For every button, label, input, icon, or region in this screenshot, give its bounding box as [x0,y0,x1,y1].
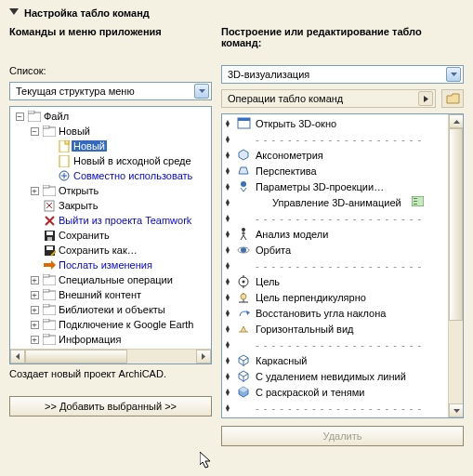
svg-marker-53 [246,311,250,315]
menu-arrow-icon[interactable] [418,91,433,106]
tree-item-libraries[interactable]: + Библиотеки и объекты [12,302,211,317]
list-separator[interactable]: ▲▼- - - - - - - - - - - - - - - - - - - … [222,210,448,226]
axonometry-icon [235,148,252,163]
menu-structure-combo[interactable]: Текущая структура меню [9,82,212,100]
tree-item-file[interactable]: − Файл [12,109,211,124]
svg-rect-25 [43,289,49,292]
svg-rect-29 [43,319,49,322]
tree-item-new[interactable]: Новый [12,139,211,153]
svg-marker-54 [453,120,460,124]
folder-icon [42,272,57,287]
tree-item-share[interactable]: Совместно использовать [12,168,211,183]
svg-rect-3 [28,111,34,113]
svg-point-52 [241,294,246,299]
svg-rect-8 [59,155,69,167]
folder-open-icon [446,93,460,104]
svg-rect-7 [65,140,69,144]
tree-item-google-earth[interactable]: + Подключение к Google Earth [12,317,211,332]
svg-point-49 [243,280,245,283]
left-column: Команды и меню приложения Список: Текуща… [9,26,212,446]
list-item[interactable]: ▲▼С раскраской и тенями [222,384,448,400]
projection-settings-icon [235,179,252,194]
tree-item-close[interactable]: Закрыть [12,198,211,213]
folder-icon [27,109,42,124]
list-item[interactable]: ▲▼Горизонтальный вид [222,321,448,337]
scroll-left-icon[interactable] [10,350,25,364]
folder-icon [42,287,57,302]
tree-item-send-changes[interactable]: Послать изменения [12,258,211,272]
scroll-right-icon[interactable] [196,350,211,364]
tree-item-open[interactable]: + Открыть [12,183,211,198]
commands-list[interactable]: ▲▼Открыть 3D-окно ▲▼- - - - - - - - - - … [221,113,464,418]
scroll-down-icon[interactable] [449,403,464,417]
folder-open-button[interactable] [441,89,464,108]
list-item[interactable]: ▲▼Восстановить угла наклона [222,305,448,321]
right-column: Построение или редактирование табло кома… [221,26,464,446]
svg-marker-21 [44,260,56,270]
list-item[interactable]: ▲▼Орбита [222,242,448,258]
list-separator[interactable]: ▲▼- - - - - - - - - - - - - - - - - - - … [222,258,448,273]
svg-marker-0 [9,8,19,15]
list-item[interactable]: ▲▼Перспектива [222,163,448,178]
menu-tree[interactable]: − Файл − Новый Новый [9,106,212,364]
list-item[interactable]: ▲▼Цель [222,273,448,289]
scroll-up-icon[interactable] [449,114,464,128]
list-item[interactable]: ▲▼Цель перпендикулярно [222,289,448,305]
send-icon [42,258,57,272]
svg-marker-35 [202,353,205,360]
tree-item-new-folder[interactable]: − Новый [12,124,211,139]
list-item[interactable]: ▲▼Каркасный [222,352,448,368]
scroll-thumb[interactable] [25,350,127,364]
list-separator[interactable]: ▲▼- - - - - - - - - - - - - - - - - - - … [222,337,448,352]
svg-rect-16 [46,231,53,235]
svg-marker-55 [453,409,460,413]
list-separator[interactable]: ▲▼- - - - - - - - - - - - - - - - - - - … [222,400,448,416]
wireframe-icon [235,353,252,368]
hidden-line-icon [235,369,252,384]
orbit-icon [235,243,252,258]
list-item[interactable]: ▲▼Анализ модели [222,226,448,242]
svg-marker-56 [200,452,210,468]
svg-marker-1 [199,89,205,93]
list-item[interactable]: ▲▼Открыть 3D-окно [222,115,448,131]
list-item[interactable]: ▲▼С удалением невидимых линий [222,368,448,384]
perspective-icon [235,164,252,178]
tree-item-info[interactable]: + Информация [12,332,211,347]
tree-item-external-content[interactable]: + Внешний контент [12,287,211,302]
scroll-thumb[interactable] [449,128,463,321]
tree-item-special-ops[interactable]: + Специальные операции [12,272,211,287]
svg-rect-43 [414,201,417,202]
list-scrollbar-v[interactable] [448,114,463,417]
tree-item-leave-teamwork[interactable]: Выйти из проекта Teamwork [12,213,211,228]
hint-text: Создает новый проект ArchiCAD. [9,368,212,396]
svg-marker-34 [16,353,20,360]
svg-marker-37 [424,96,428,102]
folder-icon [42,124,57,139]
tree-item-new-default[interactable]: Новый в исходной среде [12,153,211,168]
horizontal-view-icon [235,322,252,337]
list-separator[interactable]: ▲▼- - - - - - - - - - - - - - - - - - - … [222,131,448,147]
chevron-down-icon[interactable] [194,84,209,99]
left-heading: Команды и меню приложения [9,26,212,52]
chevron-down-icon[interactable] [446,67,461,82]
svg-rect-42 [414,198,417,199]
add-selected-button[interactable]: >> Добавить выбранный >> [9,396,212,416]
list-item[interactable]: ▲▼Параметры 3D-проекции… [222,178,448,194]
reset-tilt-icon [235,306,252,321]
tree-item-save[interactable]: Сохранить [12,228,211,243]
svg-rect-31 [43,334,49,337]
toolbar-select-combo[interactable]: 3D-визуализация [221,65,464,84]
list-item[interactable]: ▲▼Управление 3D-анимацией [222,194,448,210]
list-item[interactable]: ▲▼Аксонометрия [222,147,448,163]
tree-item-saveas[interactable]: Сохранить как… [12,243,211,258]
panel-header: Настройка табло команд [9,7,464,19]
svg-point-40 [241,181,246,187]
share-icon [57,168,72,183]
collapse-triangle-icon[interactable] [9,8,19,18]
panel-title: Настройка табло команд [24,7,150,19]
list-label: Список: [9,65,46,76]
tree-scrollbar-h[interactable] [10,349,211,364]
target-icon [235,274,252,289]
toolbar-ops-button[interactable]: Операции табло команд [221,89,436,108]
folder-icon [42,183,57,198]
